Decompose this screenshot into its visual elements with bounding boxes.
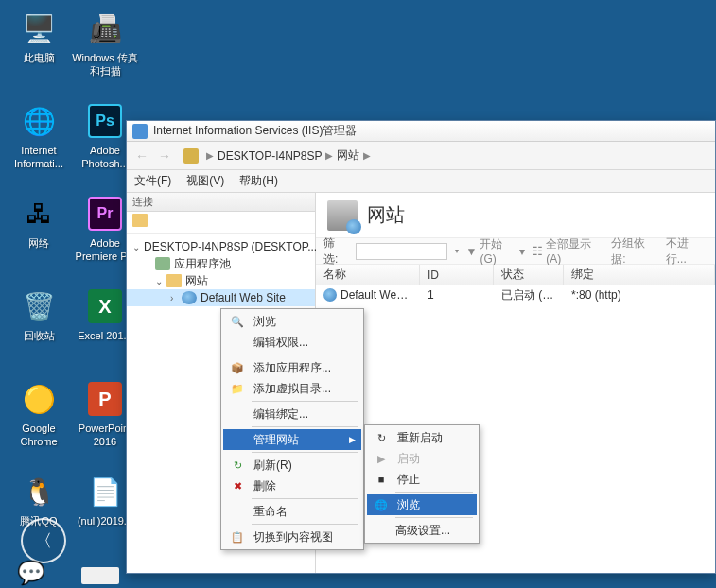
icon-label: Internet Informati... [6,144,72,171]
icon-label: 此电脑 [24,51,55,64]
list-header: 名称 ID 状态 绑定 [316,265,715,285]
icon-glyph: 🖥️ [20,9,58,47]
filter-label: 筛选: [323,235,348,268]
ctx-add-app[interactable]: 📦添加应用程序... [223,357,361,378]
icon-glyph: 🗑️ [20,287,58,325]
main-header: 网站 [316,193,715,238]
tree-default-site-node[interactable]: › Default Web Site [127,289,315,306]
ctx-delete[interactable]: ✖删除 [223,476,361,496]
ctx-edit-bindings[interactable]: 编辑绑定... [223,404,361,424]
icon-glyph: 🌐 [20,102,58,140]
sub-advanced-settings[interactable]: 高级设置... [367,520,477,541]
row-bind: *:80 (http) [564,288,715,302]
folder-icon [132,214,148,227]
desktop-icon-2[interactable]: 🌐Internet Informati... [6,102,72,171]
menu-view[interactable]: 视图(V) [186,173,224,189]
context-menu: 🔍浏览 编辑权限... 📦添加应用程序... 📁添加虚拟目录... 编辑绑定..… [220,308,364,550]
col-name[interactable]: 名称 [316,265,420,285]
ctx-switch-content-view[interactable]: 📋切换到内容视图 [223,527,361,547]
breadcrumb-root-icon [183,148,199,164]
row-status: 已启动 (ht... [494,287,564,303]
taskbar-thumbnail[interactable] [81,567,119,584]
col-id[interactable]: ID [420,265,494,285]
desktop-icon-4[interactable]: 🖧网络 [6,195,72,250]
content-view-icon: 📋 [229,529,246,545]
wechat-icon[interactable]: 💬 [13,560,49,586]
back-button[interactable]: ← [131,146,153,166]
desktop-icon-6[interactable]: 🗑️回收站 [6,287,72,342]
group-by-label: 分组依据: [611,235,657,268]
globe-icon [323,288,337,302]
desktop-icon-0[interactable]: 🖥️此电脑 [6,9,72,64]
sub-start: ▶启动 [367,448,477,469]
icon-glyph: 📄 [86,473,124,510]
ctx-refresh[interactable]: ↻刷新(R) [223,455,361,476]
breadcrumb-server[interactable]: DESKTOP-I4NP8SP [218,149,322,163]
breadcrumb-sites[interactable]: 网站 [337,147,359,164]
titlebar[interactable]: Internet Information Services (IIS)管理器 [127,121,715,142]
icon-glyph: Pr [86,195,124,233]
refresh-icon: ↻ [229,458,246,473]
filter-input[interactable] [356,243,446,260]
desktop-icon-8[interactable]: 🟡Google Chrome [6,380,72,449]
sub-stop[interactable]: ■停止 [367,469,477,490]
tree-app-pools-node[interactable]: 应用程序池 [127,255,315,272]
icon-glyph: P [86,380,124,418]
restart-icon: ↻ [373,430,390,445]
sub-browse[interactable]: 🌐浏览 [367,494,477,515]
col-status[interactable]: 状态 [494,265,564,285]
start-tool[interactable]: ▼ 开始(G) ▾ [466,236,526,266]
icon-label: Windows 传真和扫描 [72,51,138,78]
sub-restart[interactable]: ↻重新启动 [367,427,477,448]
ctx-browse[interactable]: 🔍浏览 [223,311,361,332]
row-id: 1 [420,288,494,302]
browse-icon: 🌐 [373,497,390,512]
ctx-manage-site[interactable]: 管理网站▶ [223,429,361,450]
row-name: Default Web S... [341,288,420,302]
tree-server-node[interactable]: ⌄ DESKTOP-I4NP8SP (DESKTOP... [127,238,315,255]
group-by-value[interactable]: 不进行... [666,235,707,268]
sidebar-toolbar [127,212,315,234]
ctx-add-vdir[interactable]: 📁添加虚拟目录... [223,378,361,399]
sites-icon [327,200,358,231]
icon-glyph: 🖧 [20,195,58,233]
icon-label: 回收站 [24,329,55,342]
connections-tree: ⌄ DESKTOP-I4NP8SP (DESKTOP... 应用程序池 ⌄ 网站… [127,234,315,310]
tree-sites-node[interactable]: ⌄ 网站 [127,272,315,289]
delete-icon: ✖ [229,478,246,493]
prev-nav-circle[interactable]: 〈 [21,518,66,563]
ctx-edit-permissions[interactable]: 编辑权限... [223,332,361,353]
site-row[interactable]: Default Web S... 1 已启动 (ht... *:80 (http… [316,285,715,304]
col-bind[interactable]: 绑定 [564,265,715,285]
add-app-icon: 📦 [229,360,246,375]
browse-icon: 🔍 [229,314,246,329]
sidebar-header: 连接 [127,193,315,212]
tree-server-label: DESKTOP-I4NP8SP (DESKTOP... [144,240,317,253]
show-all-tool[interactable]: ☷ 全部显示(A) [533,236,603,266]
breadcrumb[interactable]: ▶ DESKTOP-I4NP8SP ▶ 网站 ▶ [183,147,375,164]
icon-glyph: Ps [86,102,124,140]
menubar: 文件(F) 视图(V) 帮助(H) [127,170,715,193]
filter-toolbar: 筛选: ▾ ▼ 开始(G) ▾ ☷ 全部显示(A) 分组依据: 不进行... [316,238,715,265]
icon-glyph: 🟡 [20,380,58,418]
desktop-icon-1[interactable]: 📠Windows 传真和扫描 [72,9,138,78]
tree-default-site-label: Default Web Site [201,291,286,304]
icon-label: 网络 [28,236,49,250]
icon-glyph: 🐧 [20,473,58,510]
ctx-rename[interactable]: 重命名 [223,501,361,522]
icon-label: Excel 201... [78,329,131,342]
window-title: Internet Information Services (IIS)管理器 [153,123,357,139]
forward-button[interactable]: → [153,146,176,166]
tree-app-pools-label: 应用程序池 [174,256,231,272]
icon-glyph: X [86,287,124,325]
icon-label: Google Chrome [6,422,72,449]
page-title: 网站 [367,202,405,228]
stop-icon: ■ [373,472,390,487]
add-vdir-icon: 📁 [229,381,246,396]
icon-label: (null)2019... [78,514,132,527]
menu-help[interactable]: 帮助(H) [239,173,278,189]
navigation-bar: ← → ▶ DESKTOP-I4NP8SP ▶ 网站 ▶ [127,142,715,170]
tree-sites-label: 网站 [185,273,208,289]
play-icon: ▶ [373,451,390,466]
menu-file[interactable]: 文件(F) [134,173,171,189]
